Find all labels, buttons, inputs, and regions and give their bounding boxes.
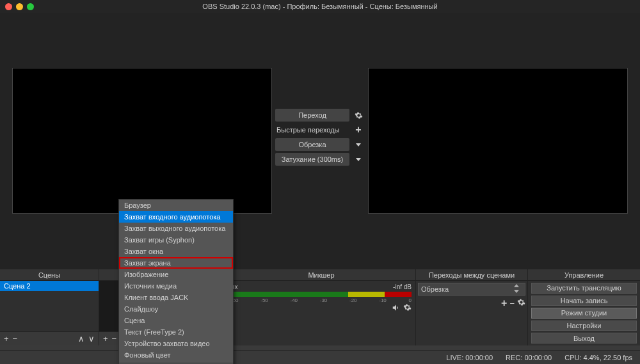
status-rec: REC: 00:00:00	[506, 354, 552, 361]
mixer-source-settings-button[interactable]	[403, 303, 412, 313]
program-canvas-right[interactable]	[368, 68, 628, 214]
chevron-down-icon	[356, 158, 361, 161]
preview-area: Переход Быстрые переходы + Обрезка Затух…	[0, 13, 640, 269]
ctx-item-game-capture[interactable]: Захват игры (Syphon)	[119, 234, 233, 246]
transitions-panel: Переходы между сценами Обрезка + −	[416, 269, 528, 345]
speaker-icon	[392, 303, 401, 312]
fade-dropdown-button[interactable]	[352, 153, 365, 166]
ctx-item-color-source[interactable]: Фоновый цвет	[119, 349, 233, 361]
meter-ticks: -60 -50 -40 -30 -20 -10 0	[231, 297, 412, 303]
start-recording-button[interactable]: Начать запись	[531, 296, 637, 306]
titlebar: OBS Studio 22.0.3 (mac) - Профиль: Безым…	[0, 0, 640, 13]
transition-controls: Переход Быстрые переходы + Обрезка Затух…	[275, 13, 365, 269]
gear-icon	[403, 303, 412, 312]
exit-button[interactable]: Выход	[531, 333, 637, 344]
status-live: LIVE: 00:00:00	[446, 354, 493, 361]
scene-item[interactable]: Сцена 2	[0, 281, 99, 291]
ctx-item-slideshow[interactable]: Слайдшоу	[119, 303, 233, 315]
minimize-window-button[interactable]	[16, 3, 23, 10]
status-bar: LIVE: 00:00:00 REC: 00:00:00 CPU: 4.4%, …	[0, 350, 640, 364]
ctx-item-display-capture[interactable]: Захват экрана	[119, 257, 233, 269]
ctx-item-window-capture[interactable]: Захват окна	[119, 246, 233, 257]
cut-dropdown-button[interactable]	[352, 138, 365, 151]
remove-scene-button[interactable]: −	[13, 334, 18, 344]
transition-select[interactable]: Обрезка	[418, 283, 525, 296]
quick-transition-fade[interactable]: Затухание (300ms)	[275, 153, 349, 166]
stepper-icon	[513, 284, 522, 294]
scenes-toolbar: + − ∧ ∨	[0, 331, 99, 345]
program-right-pane	[365, 13, 640, 269]
ctx-item-media-source[interactable]: Источник медиа	[119, 280, 233, 292]
mixer-db-readout: -inf dB	[393, 283, 412, 290]
transition-settings-button[interactable]	[352, 109, 365, 122]
ctx-item-scene[interactable]: Сцена	[119, 315, 233, 326]
gear-icon	[355, 111, 363, 120]
status-cpu: CPU: 4.4%, 22.50 fps	[564, 354, 632, 361]
transition-button[interactable]: Переход	[275, 109, 349, 122]
chevron-down-icon	[356, 143, 361, 146]
scene-down-button[interactable]: ∨	[88, 334, 95, 344]
controls-header: Управление	[528, 269, 640, 281]
bottom-panels: Сцены Сцена 2 + − ∧ ∨ + − ∧ ∨ Микшер	[0, 269, 640, 345]
mixer-body: ux -inf dB -60 -50 -40 -30 -20 -10 0	[227, 281, 415, 345]
scenes-panel: Сцены Сцена 2 + − ∧ ∨	[0, 269, 99, 345]
window-title: OBS Studio 22.0.3 (mac) - Профиль: Безым…	[202, 3, 437, 10]
mute-button[interactable]	[392, 303, 401, 313]
ctx-item-video-capture[interactable]: Устройство захвата видео	[119, 338, 233, 349]
controls-panel: Управление Запустить трансляцию Начать з…	[528, 269, 640, 345]
ctx-item-text[interactable]: Текст (FreeType 2)	[119, 326, 233, 338]
transition-props-button[interactable]	[517, 298, 525, 308]
remove-source-button[interactable]: −	[112, 334, 117, 344]
transitions-body: Обрезка + −	[416, 281, 527, 345]
settings-button[interactable]: Настройки	[531, 320, 637, 331]
start-streaming-button[interactable]: Запустить трансляцию	[531, 283, 637, 294]
scene-up-button[interactable]: ∧	[78, 334, 84, 344]
audio-meter	[231, 292, 412, 297]
ctx-item-audio-input[interactable]: Захват входного аудиопотока	[119, 211, 233, 223]
transition-select-value: Обрезка	[421, 285, 449, 293]
mixer-panel: Микшер ux -inf dB -60 -50 -40 -30 -20 -1…	[227, 269, 416, 345]
transitions-header: Переходы между сценами	[416, 269, 527, 281]
studio-mode-button[interactable]: Режим студии	[531, 308, 637, 319]
remove-transition-button[interactable]: −	[509, 299, 515, 308]
add-transition-button[interactable]: +	[501, 297, 507, 309]
mixer-header: Микшер	[227, 269, 415, 281]
preview-canvas-left[interactable]	[12, 68, 272, 214]
window-controls	[5, 3, 34, 10]
controls-body: Запустить трансляцию Начать запись Режим…	[528, 281, 640, 345]
close-window-button[interactable]	[5, 3, 12, 10]
ctx-item-image[interactable]: Изображение	[119, 269, 233, 280]
ctx-separator	[119, 363, 233, 363]
quick-transitions-label: Быстрые переходы	[275, 126, 349, 134]
add-source-context-menu: Браузер Захват входного аудиопотока Захв…	[118, 199, 234, 364]
quick-transition-cut[interactable]: Обрезка	[275, 138, 349, 151]
add-quick-transition-button[interactable]: +	[352, 123, 365, 136]
ctx-item-browser[interactable]: Браузер	[119, 200, 233, 211]
ctx-item-audio-output[interactable]: Захват выходного аудиопотока	[119, 223, 233, 234]
maximize-window-button[interactable]	[27, 3, 34, 10]
add-source-button[interactable]: +	[103, 334, 108, 344]
scenes-list[interactable]: Сцена 2	[0, 281, 99, 331]
add-scene-button[interactable]: +	[4, 334, 9, 344]
ctx-item-jack[interactable]: Клиент ввода JACK	[119, 292, 233, 303]
gear-icon	[517, 298, 525, 306]
scenes-header: Сцены	[0, 269, 99, 281]
